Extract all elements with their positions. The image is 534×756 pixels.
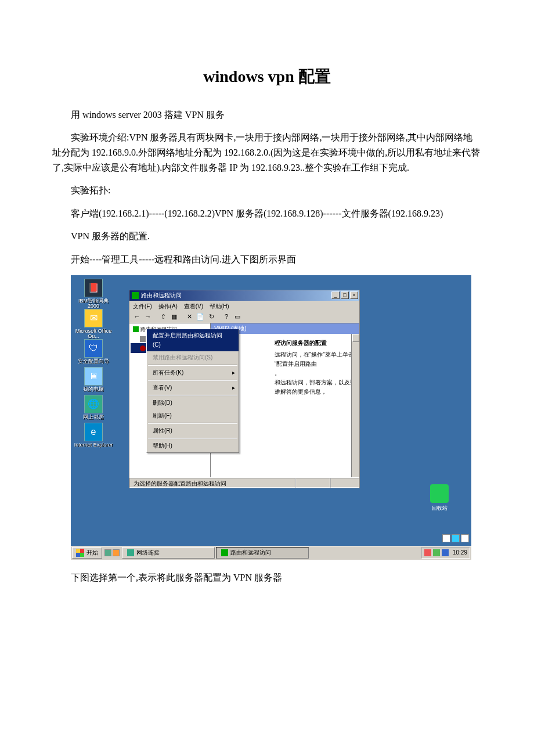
recycle-icon (430, 484, 449, 503)
start-button[interactable]: 开始 (72, 547, 102, 559)
screenshot-embedded: 📕 IBM智能词典 2000 ✉ Microsoft Office Ou... … (71, 275, 482, 560)
desktop-icon-ie[interactable]: e Internet Explorer (73, 423, 114, 448)
desktop-icon-network[interactable]: 🌐 网上邻居 (73, 395, 114, 420)
statusbar: 为选择的服务器配置路由和远程访问 (129, 477, 359, 488)
clock: 10:29 (453, 548, 467, 557)
content-line: 和远程访问，部署方案，以及疑难解答的更多信息， (275, 378, 356, 397)
menu-action[interactable]: 操作(A) (158, 303, 178, 309)
nav-back-button[interactable]: ← (132, 311, 142, 322)
content-line: 远程访问，在“操作”菜单上单击“配置并启用路由 (275, 350, 356, 369)
help-button[interactable]: ? (221, 311, 232, 322)
maximize-button[interactable]: □ (341, 291, 349, 299)
quick-launch-icon[interactable] (104, 549, 111, 556)
menu-item-all-tasks[interactable]: 所有任务(K)▸ (147, 366, 239, 379)
tray-icon[interactable] (433, 549, 440, 556)
chevron-right-icon: ▸ (232, 368, 235, 377)
network-icon (127, 549, 134, 556)
menu-view[interactable]: 查看(V) (184, 303, 203, 309)
delete-button[interactable]: ✕ (184, 311, 194, 322)
menu-file[interactable]: 文件(F) (133, 303, 152, 309)
app-icon (132, 292, 139, 299)
taskbar-item-rras[interactable]: 路由和远程访问 (216, 547, 309, 559)
up-button[interactable]: ⇧ (158, 311, 168, 322)
desktop-tray-icons (442, 534, 469, 542)
tray-mini-icon[interactable] (442, 534, 450, 542)
start-label: 开始 (86, 548, 98, 557)
menu-item-properties[interactable]: 属性(R) (147, 424, 239, 437)
context-menu: 配置并启用路由和远程访问(C) 禁用路由和远程访问(S) 所有任务(K)▸ 查看… (146, 329, 239, 453)
scrollbar-vertical[interactable] (351, 334, 359, 477)
shield-icon: 🛡 (84, 339, 103, 358)
body-paragraph: 客户端(192.168.2.1)-----(192.168.2.2)VPN 服务… (52, 206, 482, 221)
network-icon: 🌐 (84, 395, 103, 413)
desktop-icon-ibm[interactable]: 📕 IBM智能词典 2000 (73, 279, 114, 310)
toolbar: ← → ⇧ ▦ ✕ 📄 ↻ ? ▭ (129, 311, 359, 323)
minimize-button[interactable]: _ (331, 291, 340, 299)
ie-icon: e (84, 423, 103, 441)
taskbar-item-network[interactable]: 网络连接 (122, 547, 215, 559)
desktop: 📕 IBM智能词典 2000 ✉ Microsoft Office Ou... … (71, 275, 471, 560)
menu-item-help[interactable]: 帮助(H) (147, 440, 239, 452)
body-paragraph: 下图选择第一个,表示将此服务器配置为 VPN 服务器 (52, 570, 482, 585)
content-title: 程访问服务器的配置 (275, 339, 356, 348)
body-paragraph: 用 windows server 2003 搭建 VPN 服务 (52, 107, 482, 123)
nav-forward-button[interactable]: → (143, 311, 153, 322)
show-hide-button[interactable]: ▦ (169, 311, 179, 322)
menu-item-refresh[interactable]: 刷新(F) (147, 409, 239, 422)
menu-help[interactable]: 帮助(H) (210, 303, 229, 309)
tray-mini-icon[interactable] (461, 534, 469, 542)
desktop-icon-security-wizard[interactable]: 🛡 安全配置向导 (73, 339, 114, 365)
tray-mini-icon[interactable] (452, 534, 460, 542)
status-cell (295, 478, 330, 488)
computer-icon: 🖥 (84, 367, 103, 386)
export-button[interactable]: ▭ (232, 311, 243, 322)
content-line: 。 (275, 369, 356, 378)
book-icon: 📕 (84, 279, 103, 297)
refresh-button[interactable]: ↻ (206, 311, 217, 322)
outlook-icon: ✉ (84, 309, 103, 327)
system-tray: 10:29 (421, 547, 470, 559)
titlebar[interactable]: 路由和远程访问 _ □ × (129, 290, 359, 301)
tray-icon[interactable] (424, 549, 431, 556)
menu-item-configure[interactable]: 配置并启用路由和远程访问(C) (147, 329, 239, 351)
body-paragraph: VPN 服务器的配置. (52, 229, 482, 244)
quick-launch (103, 547, 121, 559)
close-button[interactable]: × (350, 291, 358, 299)
desktop-icon-recycle-bin[interactable]: 回收站 (425, 484, 454, 512)
status-text: 为选择的服务器配置路由和远程访问 (129, 478, 295, 488)
status-cell (330, 478, 359, 488)
rras-icon (221, 549, 228, 556)
menu-item-delete[interactable]: 删除(D) (147, 397, 239, 409)
desktop-icon-my-computer[interactable]: 🖥 我的电脑 (73, 367, 114, 393)
menubar: 文件(F) 操作(A) 查看(V) 帮助(H) (129, 301, 359, 311)
quick-launch-icon[interactable] (113, 549, 120, 556)
body-paragraph: 开始----管理工具-----远程和路由访问.进入下图所示界面 (52, 252, 482, 267)
task-label: 路由和远程访问 (230, 548, 271, 557)
properties-button[interactable]: 📄 (195, 311, 205, 322)
body-paragraph: 实验拓扑: (52, 183, 482, 198)
page-title: windows vpn 配置 (52, 64, 482, 90)
body-paragraph: 实验环境介绍:VPN 服务器具有两块网卡,一块用于接内部网络,一块用于接外部网络… (52, 130, 482, 175)
window-title: 路由和远程访问 (141, 291, 182, 300)
chevron-right-icon: ▸ (232, 383, 235, 393)
tray-icon[interactable] (442, 549, 449, 556)
taskbar: 开始 网络连接 路由和远程访问 10:29 (71, 546, 471, 560)
menu-item-view[interactable]: 查看(V)▸ (147, 381, 239, 394)
desktop-icon-office[interactable]: ✉ Microsoft Office Ou... (73, 309, 114, 340)
windows-flag-icon (76, 549, 84, 557)
menu-item-disable: 禁用路由和远程访问(S) (147, 351, 239, 364)
scroll-up-button[interactable] (352, 334, 359, 342)
task-label: 网络连接 (136, 548, 160, 557)
